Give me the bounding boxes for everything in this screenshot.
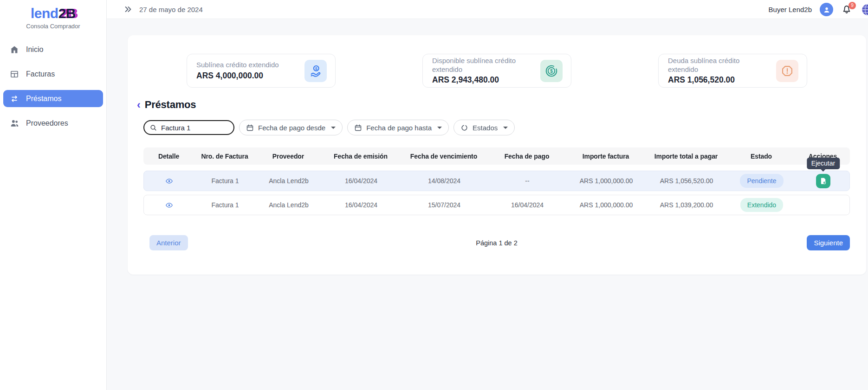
eye-icon[interactable] — [165, 201, 173, 209]
sidebar-item-proveedores[interactable]: Proveedores — [3, 115, 103, 132]
loans-table: Detalle Nro. de Factura Proveedor Fecha … — [143, 147, 850, 215]
sidebar: lend2B Consola Comprador Inicio Facturas — [0, 0, 107, 390]
stats-row: Sublínea crédito extendido ARS 4,000,000… — [128, 35, 866, 88]
date-to-filter[interactable]: Fecha de pago hasta — [347, 120, 449, 135]
column-header: Importe factura — [566, 153, 645, 160]
sidebar-item-facturas[interactable]: Facturas — [3, 65, 103, 83]
user-avatar[interactable] — [820, 3, 833, 16]
eye-icon[interactable] — [165, 177, 173, 185]
states-filter[interactable]: Estados — [453, 120, 515, 135]
previous-page-button[interactable]: Anterior — [149, 235, 188, 250]
status-cell: Pendiente — [727, 174, 796, 188]
stat-card-disponible: Disponible sublínea crédito extendido AR… — [422, 54, 571, 88]
supplier-cell: Ancla Lend2b — [256, 201, 322, 209]
page-title: Préstamos — [145, 99, 196, 111]
chevron-down-icon — [503, 127, 508, 129]
date-from-filter[interactable]: Fecha de pago desde — [239, 120, 343, 135]
sidebar-nav: Inicio Facturas Préstamos Proveedores — [0, 41, 106, 132]
filter-label: Fecha de pago desde — [258, 124, 325, 132]
main-area: 27 de mayo de 2024 Buyer Lend2b 9 — [107, 0, 868, 390]
search-icon — [149, 124, 157, 132]
logo-primary: lend — [31, 6, 58, 21]
execute-loan-button[interactable] — [816, 174, 830, 188]
filter-label: Fecha de pago hasta — [366, 124, 432, 132]
sidebar-item-label: Facturas — [26, 70, 55, 78]
language-globe-icon[interactable] — [861, 3, 868, 16]
warning-octagon-icon — [776, 60, 798, 82]
home-icon — [9, 45, 19, 55]
svg-text:$: $ — [550, 68, 553, 73]
coin-circles-icon: $ — [540, 60, 563, 82]
column-header: Detalle — [143, 153, 194, 160]
payment-date-cell: -- — [488, 177, 567, 185]
logo-secondary: 2B — [58, 6, 76, 21]
column-header: Fecha de vencimiento — [400, 153, 487, 160]
brand-logo: lend2B Consola Comprador — [0, 6, 106, 30]
column-header: Importe total a pagar — [645, 153, 727, 160]
stat-value: ARS 2,943,480.00 — [432, 75, 525, 85]
due-date-cell: 15/07/2024 — [401, 201, 488, 209]
pagination: Anterior Página 1 de 2 Siguiente — [143, 235, 850, 250]
invoice-amount-cell: ARS 1,000,000.00 — [567, 201, 646, 209]
content-background: Sublínea crédito extendido ARS 4,000,000… — [107, 19, 868, 390]
sidebar-item-label: Inicio — [26, 45, 43, 54]
invoice-search[interactable] — [143, 120, 234, 135]
sidebar-item-prestamos[interactable]: Préstamos — [3, 90, 103, 107]
prestamos-panel: Sublínea crédito extendido ARS 4,000,000… — [128, 35, 866, 275]
stat-card-sublinea: Sublínea crédito extendido ARS 4,000,000… — [187, 54, 336, 88]
due-date-cell: 14/08/2024 — [401, 177, 488, 185]
ejecutar-tooltip: Ejecutar — [807, 158, 840, 169]
topbar-right: Buyer Lend2b 9 — [769, 0, 868, 19]
stat-value: ARS 1,056,520.00 — [668, 75, 761, 85]
status-badge: Pendiente — [740, 174, 783, 188]
table-row: Factura 1 Ancla Lend2b 16/04/2024 14/08/… — [143, 171, 850, 191]
sidebar-item-label: Proveedores — [26, 119, 68, 128]
invoice-cell: Factura 1 — [194, 201, 256, 209]
page-title-row: ‹ Préstamos — [137, 99, 866, 111]
issue-date-cell: 16/04/2024 — [322, 177, 401, 185]
transfer-arrows-icon — [9, 94, 19, 104]
column-header: Fecha de pago — [487, 153, 566, 160]
svg-text:$: $ — [315, 66, 317, 70]
invoice-amount-cell: ARS 1,000,000.00 — [567, 177, 646, 185]
column-header: Proveedor — [255, 153, 321, 160]
logo-text: lend2B — [0, 6, 106, 21]
total-amount-cell: ARS 1,039,200.00 — [646, 201, 727, 209]
sidebar-item-inicio[interactable]: Inicio — [3, 41, 103, 58]
back-chevron-icon[interactable]: ‹ — [137, 100, 141, 110]
filter-label: Estados — [473, 124, 498, 132]
sidebar-item-label: Préstamos — [26, 95, 61, 103]
detail-cell — [144, 201, 194, 209]
stat-card-deuda: Deuda sublínea crédito extendido ARS 1,0… — [658, 54, 807, 88]
total-amount-cell: ARS 1,056,520.00 — [646, 177, 727, 185]
issue-date-cell: 16/04/2024 — [322, 201, 401, 209]
chevron-down-icon — [437, 127, 442, 129]
user-name: Buyer Lend2b — [769, 6, 812, 13]
status-circle-icon — [460, 124, 468, 132]
stat-label: Deuda sublínea crédito extendido — [668, 57, 761, 74]
actions-cell: Ejecutar — [796, 174, 850, 188]
supplier-cell: Ancla Lend2b — [256, 177, 322, 185]
topbar: 27 de mayo de 2024 Buyer Lend2b 9 — [107, 0, 868, 19]
status-cell: Extendido — [727, 198, 796, 212]
column-header: Fecha de emisión — [321, 153, 400, 160]
invoices-grid-icon — [9, 69, 19, 79]
sidebar-expand-icon[interactable] — [123, 5, 133, 14]
status-badge: Extendido — [740, 198, 783, 212]
notification-count-badge: 9 — [849, 2, 856, 9]
payment-date-cell: 16/04/2024 — [488, 201, 567, 209]
column-header: Nro. de Factura — [194, 153, 255, 160]
suppliers-icon — [9, 118, 19, 128]
stat-label: Sublínea crédito extendido — [196, 61, 279, 70]
hand-coin-icon: $ — [304, 60, 327, 82]
calendar-icon — [354, 124, 362, 132]
notifications-bell-icon[interactable]: 9 — [841, 4, 853, 16]
column-header: Estado — [727, 153, 796, 160]
calendar-icon — [246, 124, 254, 132]
current-date: 27 de mayo de 2024 — [139, 6, 203, 13]
search-input[interactable] — [161, 124, 231, 132]
next-page-button[interactable]: Siguiente — [807, 235, 850, 250]
filters-row: Fecha de pago desde Fecha de pago hasta — [143, 120, 866, 135]
app-window: lend2B Consola Comprador Inicio Facturas — [0, 0, 868, 390]
detail-cell — [144, 177, 194, 185]
